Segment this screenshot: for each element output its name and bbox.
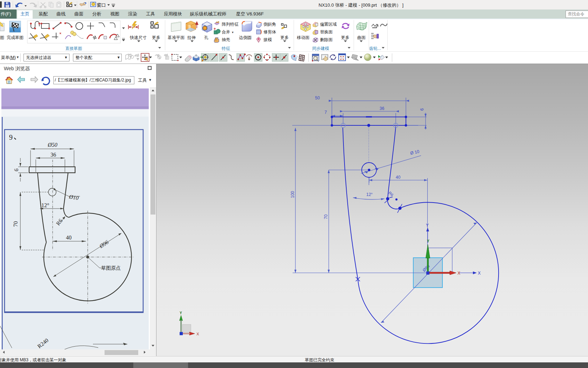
svg-text:12°: 12° — [41, 202, 49, 208]
svg-text:6: 6 — [420, 108, 425, 111]
svg-text:40: 40 — [396, 175, 401, 180]
svg-text:Y: Y — [180, 311, 182, 315]
svg-text:36: 36 — [380, 106, 385, 111]
svg-text:R6: R6 — [388, 191, 394, 197]
svg-text:6: 6 — [13, 169, 19, 171]
svg-text:Ø50: Ø50 — [47, 142, 58, 148]
svg-text:100: 100 — [290, 191, 295, 198]
svg-text:7: 7 — [325, 110, 327, 115]
svg-text:Y: Y — [427, 239, 429, 243]
svg-text:12°: 12° — [366, 192, 373, 197]
svg-text:40: 40 — [66, 235, 72, 241]
svg-text:X: X — [478, 271, 481, 276]
svg-text:Y: Y — [426, 223, 429, 228]
svg-text:9: 9 — [9, 133, 13, 141]
svg-text:X: X — [457, 271, 460, 276]
svg-text:70: 70 — [323, 214, 328, 219]
svg-text:36: 36 — [51, 152, 56, 158]
svg-text:50: 50 — [315, 96, 320, 100]
svg-text:70: 70 — [13, 221, 19, 227]
svg-text:Ø 10: Ø 10 — [410, 149, 420, 156]
svg-text:X: X — [196, 332, 199, 336]
